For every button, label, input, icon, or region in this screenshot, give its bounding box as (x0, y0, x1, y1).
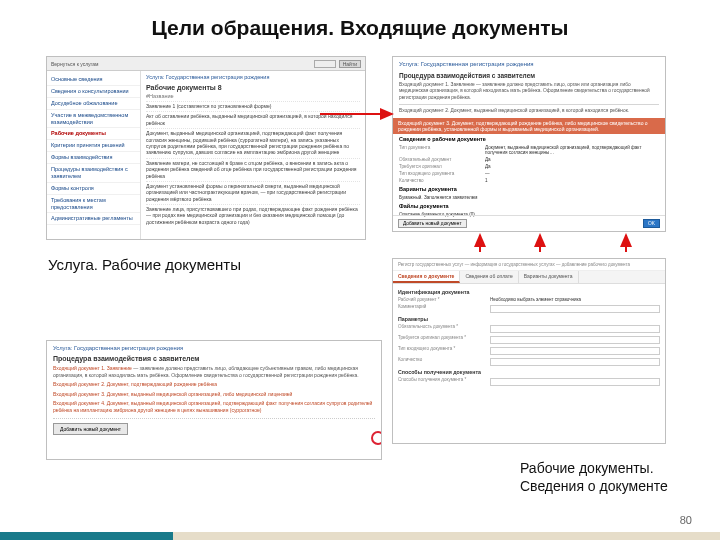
screenshot-procedure: Услуга: Государственная регистрация рожд… (46, 340, 382, 460)
form-row: Тип входящего документа * (398, 346, 660, 355)
caption-doc-info: Рабочие документы.Сведения о документе (520, 460, 668, 495)
tab[interactable]: Сведения о документе (393, 271, 460, 283)
variants-title: Варианты документа (393, 184, 665, 194)
screenshot-service-docs: Вернуться к услугам Найти Основные сведе… (46, 56, 366, 240)
incoming-3-head[interactable]: Входящий документ 3. Документ, выданный … (53, 391, 292, 397)
search-input[interactable] (314, 60, 336, 68)
field-row: Тип входящего документа— (393, 170, 665, 177)
doc-line[interactable]: Заявление 1 (составляется по установленн… (146, 101, 360, 109)
input-box[interactable] (490, 378, 660, 386)
service-label: Услуга: Государственная регистрация рожд… (399, 61, 659, 69)
form-row: Количество (398, 357, 660, 366)
highlighted-doc[interactable]: Входящий документ 3. Документ, подтвержд… (393, 118, 665, 134)
sidebar-item[interactable]: Рабочие документы (47, 128, 140, 140)
sidebar-item[interactable]: Досудебное обжалование (47, 98, 140, 110)
intro-1: Входящий документ 1. Заявление — заявлен… (399, 82, 659, 101)
form-row: Требуется оригинал документа * (398, 335, 660, 344)
back-link[interactable]: Вернуться к услугам (51, 61, 99, 67)
fieldset-obtain: Способы получения документа (398, 369, 660, 375)
fieldset-identification: Идентификация документа (398, 289, 660, 295)
add-document-button[interactable]: Добавить новый документ (53, 423, 128, 435)
procedure-title: Процедура взаимодействия с заявителем (399, 72, 659, 80)
doc-line[interactable]: Документ установленной формы о перинатал… (146, 181, 360, 202)
search-button[interactable]: Найти (339, 60, 361, 68)
tab[interactable]: Варианты документа (519, 271, 579, 283)
ok-button[interactable]: OK (643, 219, 660, 228)
slide-title: Цели обращения. Входящие документы (0, 16, 720, 40)
input-box[interactable] (490, 358, 660, 366)
sidebar-item[interactable]: Административные регламенты (47, 213, 140, 225)
doc-line[interactable]: Заявление лица, присутствовавшего при ро… (146, 204, 360, 225)
input-box[interactable] (490, 325, 660, 333)
footer-bar (0, 532, 720, 540)
fieldset-params: Параметры (398, 316, 660, 322)
doc-line[interactable]: Заявление матери, не состоящей в браке с… (146, 158, 360, 179)
screenshot-doc-detail: Услуга: Государственная регистрация рожд… (392, 56, 666, 232)
doc-info-title: Сведения о рабочем документе (393, 134, 665, 144)
doc-line[interactable]: Акт об оставлении ребёнка, выданный меди… (146, 111, 360, 126)
tab[interactable]: Сведения об оплате (460, 271, 518, 283)
incoming-4-head[interactable]: Входящий документ 4. Документ, выданный … (53, 400, 372, 413)
procedure-title: Процедура взаимодействия с заявителем (53, 355, 375, 362)
form-row: Обязательность документа * (398, 324, 660, 333)
field-row: Обязательный документДа (393, 156, 665, 163)
variant-link[interactable]: Бумажный. Заполняется заявителем (399, 195, 659, 200)
input-box[interactable] (490, 347, 660, 355)
tabs: Сведения о документеСведения об оплатеВа… (393, 271, 665, 284)
section-title: Рабочие документы 8 (146, 84, 360, 91)
sidebar-item[interactable]: Формы контроля (47, 183, 140, 195)
service-label: Услуга: Государственная регистрация рожд… (53, 345, 375, 351)
form-row: Комментарий (398, 304, 660, 313)
sidebar-item[interactable]: Участие в межведомственном взаимодействи… (47, 110, 140, 129)
section-subhead: #Название (146, 93, 360, 99)
callout-marker (371, 431, 382, 445)
sidebar-item[interactable]: Сведения о консультировании (47, 86, 140, 98)
sidebar-item[interactable]: Критерии принятия решений (47, 140, 140, 152)
field-row: Требуется оригиналДа (393, 163, 665, 170)
form-row: Способы получения документа * (398, 377, 660, 386)
incoming-1-head[interactable]: Входящий документ 1. Заявление (53, 365, 132, 371)
incoming-2-head[interactable]: Входящий документ 2. Документ, подтвержд… (53, 381, 217, 387)
field-row: Тип документаДокумент, выданный медицинс… (393, 144, 665, 156)
sidebar-item[interactable]: Процедуры взаимодействия с заявителем (47, 164, 140, 183)
intro-2: Входящий документ 2. Документ, выданный … (399, 108, 659, 114)
field-row: Количество1 (393, 177, 665, 184)
caption-service-docs: Услуга. Рабочие документы (48, 256, 241, 273)
sidebar-item[interactable]: Основные сведения (47, 74, 140, 86)
form-row: Рабочий документ *Необходимо выбрать эле… (398, 297, 660, 302)
side-nav: Основные сведенияСведения о консультиров… (47, 71, 141, 239)
files-title: Файлы документа (393, 201, 665, 211)
input-box[interactable] (490, 336, 660, 344)
add-document-button[interactable]: Добавить новый документ (398, 219, 467, 228)
input-box[interactable] (490, 305, 660, 313)
sidebar-item[interactable]: Формы взаимодействия (47, 152, 140, 164)
doc-line[interactable]: Документ, выданный медицинской организац… (146, 128, 360, 156)
breadcrumb: Регистр государственных услуг — информац… (393, 259, 665, 271)
screenshot-doc-form: Регистр государственных услуг — информац… (392, 258, 666, 444)
service-label: Услуга: Государственная регистрация рожд… (146, 74, 360, 80)
page-number: 80 (680, 514, 692, 526)
sidebar-item[interactable]: Требования к местам предоставления (47, 195, 140, 214)
